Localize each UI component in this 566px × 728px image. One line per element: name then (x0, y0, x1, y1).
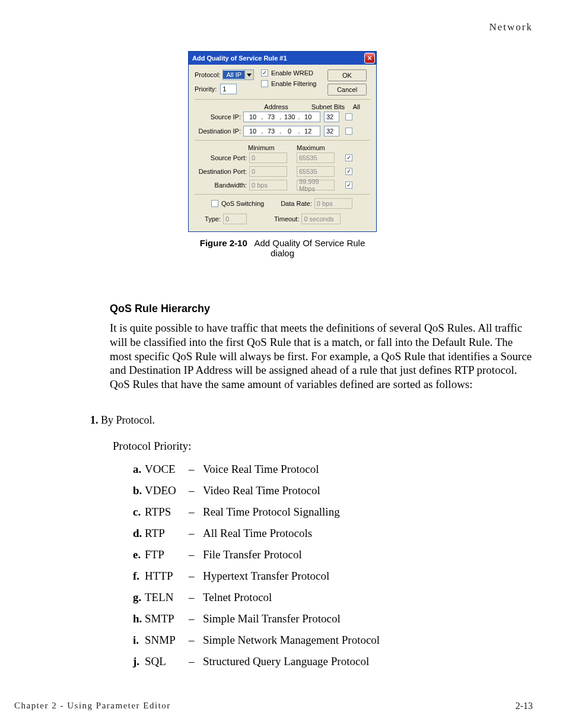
enable-wred-checkbox[interactable] (261, 69, 268, 77)
section-heading: QoS Rule Hierarchy (110, 303, 532, 315)
list-desc: Simple Mail Transfer Protocol (203, 612, 341, 625)
list-dash: – (189, 527, 203, 540)
dest-ip-input[interactable]: 10. 73. 0. 12 (243, 126, 320, 136)
dest-ip-label: Destination IP: (195, 128, 241, 135)
list-letter: c. (133, 506, 145, 519)
list-dash: – (189, 484, 203, 497)
timeout-input[interactable]: 0 seconds (301, 214, 341, 224)
list-acronym: RTP (145, 527, 189, 540)
enable-filtering-label: Enable Filtering (271, 80, 316, 87)
dest-port-max[interactable]: 65535 (297, 166, 335, 177)
list-letter: e. (133, 548, 145, 561)
bandwidth-min[interactable]: 0 bps (249, 180, 287, 190)
list-acronym: VOCE (145, 463, 189, 476)
list-letter: d. (133, 527, 145, 540)
footer-chapter: Chapter 2 - Using Parameter Editor (14, 701, 171, 711)
list-letter: b. (133, 484, 145, 497)
dest-port-min[interactable]: 0 (249, 166, 287, 177)
protocol-list-item: c.RTPS–Real Time Protocol Signalling (133, 506, 380, 519)
cancel-button[interactable]: Cancel (327, 84, 367, 96)
protocol-list-item: e.FTP–File Transfer Protocol (133, 548, 380, 561)
protocol-list-item: h.SMTP–Simple Mail Transfer Protocol (133, 612, 380, 625)
protocol-label: Protocol: (195, 71, 220, 78)
dst-ip-o4: 12 (301, 128, 315, 135)
priority-input[interactable]: 1 (220, 84, 237, 94)
protocol-select[interactable]: All IP (222, 69, 254, 80)
maximum-header: Maximum (297, 144, 336, 151)
protocol-list-item: i.SNMP–Simple Network Management Protoco… (133, 634, 380, 647)
list-acronym: HTTP (145, 570, 189, 583)
source-port-max[interactable]: 65535 (297, 152, 335, 163)
list-item-1-number: 1. (90, 414, 98, 426)
list-acronym: SNMP (145, 634, 189, 647)
enable-filtering-checkbox[interactable] (261, 80, 268, 87)
data-rate-input[interactable]: 0 bps (314, 198, 352, 209)
protocol-list-item: j.SQL–Structured Query Language Protocol (133, 655, 380, 668)
list-dash: – (189, 634, 203, 647)
bandwidth-label: Bandwidth: (195, 182, 247, 189)
titlebar: Add Quality of Service Rule #1 × (189, 52, 376, 65)
list-desc: Real Time Protocol Signalling (203, 506, 340, 519)
source-ip-bits[interactable]: 32 (324, 112, 339, 122)
source-ip-input[interactable]: 10. 73. 130. 10 (243, 112, 320, 122)
list-desc: All Real Time Protocols (203, 527, 312, 540)
priority-label: Priority: (195, 85, 217, 93)
list-acronym: TELN (145, 591, 189, 604)
list-letter: f. (133, 570, 145, 583)
qos-switching-checkbox[interactable] (211, 200, 218, 207)
enable-wred-label: Enable WRED (271, 69, 313, 77)
protocol-list: a.VOCE–Voice Real Time Protocolb.VDEO–Vi… (133, 463, 380, 676)
type-input[interactable]: 0 (223, 214, 247, 224)
list-acronym: FTP (145, 548, 189, 561)
list-letter: g. (133, 591, 145, 604)
list-acronym: SQL (145, 655, 189, 668)
minimum-header: Minimum (248, 144, 287, 151)
dest-port-all-checkbox[interactable] (345, 168, 352, 175)
list-desc: Telnet Protocol (203, 591, 272, 604)
list-dash: – (189, 506, 203, 519)
list-desc: Hypertext Transfer Protocol (203, 570, 329, 583)
page-header: Network (489, 21, 533, 33)
data-rate-label: Data Rate: (281, 200, 312, 207)
qos-switching-label: QoS Switching (221, 200, 264, 207)
source-ip-all-checkbox[interactable] (345, 113, 352, 120)
subnet-bits-header: Subnet Bits (310, 103, 345, 110)
list-dash: – (189, 548, 203, 561)
list-dash: – (189, 612, 203, 625)
list-acronym: RTPS (145, 506, 189, 519)
protocol-list-item: d.RTP–All Real Time Protocols (133, 527, 380, 540)
dialog-title: Add Quality of Service Rule #1 (192, 55, 287, 62)
timeout-label: Timeout: (274, 215, 299, 222)
close-button[interactable]: × (364, 53, 375, 63)
source-port-all-checkbox[interactable] (345, 154, 352, 161)
list-dash: – (189, 655, 203, 668)
figure-caption-text: Add Quality Of Service Rule dialog (254, 238, 365, 258)
all-header: All (345, 103, 360, 110)
list-item-1: 1. By Protocol. (90, 414, 155, 427)
section-paragraph: It is quite possible to have traffic tha… (110, 321, 532, 392)
close-icon: × (367, 55, 371, 62)
src-ip-o4: 10 (301, 113, 315, 120)
list-letter: a. (133, 463, 145, 476)
list-desc: Simple Network Management Protocol (203, 634, 380, 647)
protocol-priority-label: Protocol Priority: (113, 440, 191, 453)
dst-ip-o2: 73 (264, 128, 278, 135)
ok-button[interactable]: OK (327, 69, 367, 81)
dest-ip-all-checkbox[interactable] (345, 128, 352, 135)
source-port-min[interactable]: 0 (249, 152, 287, 163)
src-ip-o3: 130 (282, 113, 297, 120)
dest-ip-bits[interactable]: 32 (324, 126, 339, 136)
figure-caption: Figure 2-10 Add Quality Of Service Rule … (188, 238, 377, 258)
address-header: Address (242, 103, 310, 110)
list-letter: j. (133, 655, 145, 668)
list-dash: – (189, 570, 203, 583)
dialog-screenshot: Add Quality of Service Rule #1 × Protoco… (188, 51, 377, 258)
bandwidth-all-checkbox[interactable] (345, 182, 352, 189)
list-letter: h. (133, 612, 145, 625)
list-dash: – (189, 463, 203, 476)
protocol-list-item: g.TELN–Telnet Protocol (133, 591, 380, 604)
bandwidth-max[interactable]: 99.999 Mbps (297, 180, 335, 190)
list-desc: Structured Query Language Protocol (203, 655, 369, 668)
source-port-label: Source Port: (195, 154, 247, 161)
list-acronym: SMTP (145, 612, 189, 625)
